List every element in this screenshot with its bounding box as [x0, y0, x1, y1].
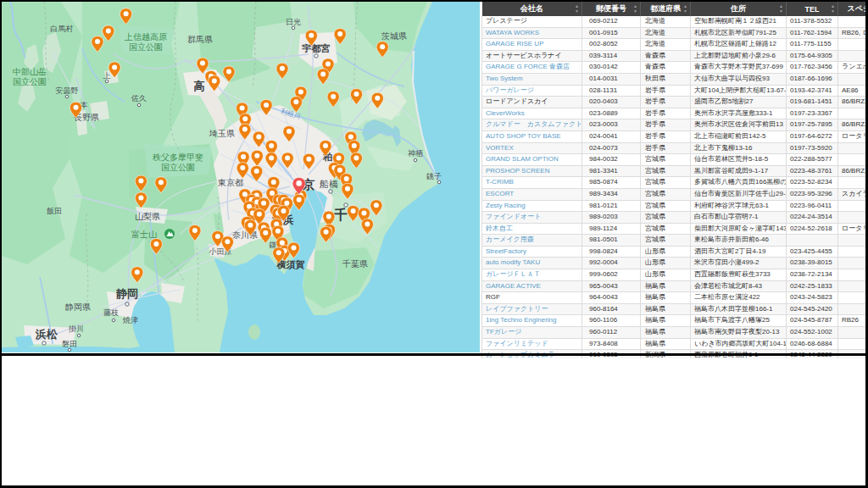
svg-text:白馬村: 白馬村 [51, 25, 74, 33]
svg-text:富士山: 富士山 [131, 230, 157, 239]
svg-text:磐田: 磐田 [62, 340, 77, 348]
svg-text:国立公園: 国立公園 [13, 77, 47, 86]
svg-text:埼玉県: 埼玉県 [209, 129, 235, 138]
svg-text:焼津: 焼津 [122, 316, 138, 324]
svg-text:安曇野: 安曇野 [56, 86, 79, 95]
svg-text:静岡県: 静岡県 [64, 302, 91, 312]
svg-text:日光: 日光 [286, 18, 301, 26]
svg-text:神栖: 神栖 [408, 149, 423, 158]
svg-text:中部山岳: 中部山岳 [13, 67, 47, 76]
svg-text:上信越高原: 上信越高原 [124, 32, 167, 42]
svg-text:掛川: 掛川 [69, 324, 84, 333]
svg-text:群馬県: 群馬県 [187, 35, 213, 44]
svg-text:千: 千 [333, 208, 348, 222]
svg-text:国立公園: 国立公園 [129, 42, 163, 52]
svg-text:奈川県: 奈川県 [232, 230, 258, 240]
svg-text:宇都宮: 宇都宮 [302, 43, 331, 53]
svg-text:藤枝: 藤枝 [103, 308, 119, 317]
svg-text:静岡: 静岡 [116, 287, 138, 300]
svg-text:東京都: 東京都 [217, 178, 243, 187]
svg-text:高: 高 [194, 80, 205, 92]
svg-text:佐久: 佐久 [131, 94, 147, 103]
svg-text:浜松: 浜松 [35, 328, 58, 341]
svg-text:上: 上 [103, 71, 111, 80]
svg-text:銚子: 銚子 [426, 172, 442, 180]
svg-text:飯田: 飯田 [47, 207, 62, 215]
svg-text:秩父多摩甲斐: 秩父多摩甲斐 [153, 152, 203, 162]
svg-text:山梨県: 山梨県 [135, 212, 160, 221]
svg-text:国立公園: 国立公園 [161, 163, 195, 172]
svg-text:千葉県: 千葉県 [342, 259, 368, 269]
svg-text:茨城県: 茨城県 [381, 31, 407, 41]
svg-text:船橋: 船橋 [320, 179, 338, 189]
